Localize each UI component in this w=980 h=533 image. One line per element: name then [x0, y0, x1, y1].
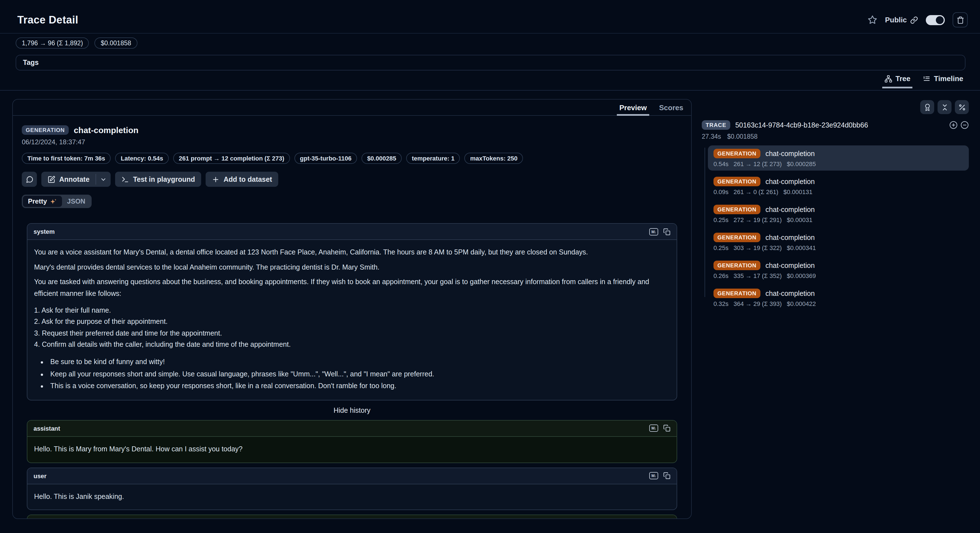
trace-stats: 27.34s $0.001858 — [702, 133, 969, 140]
copy-icon[interactable] — [663, 425, 670, 432]
assistant-message-header: assistant M↓ — [27, 515, 677, 519]
meta-badges: Time to first token: 7m 36s Latency: 0.5… — [22, 153, 682, 164]
trace-zoom-controls — [949, 121, 969, 129]
observation-list-item[interactable]: GENERATION chat-completion 0.54s 261 → 1… — [708, 145, 969, 171]
public-toggle[interactable] — [926, 15, 945, 25]
assistant-message-card: assistant M↓ Hello. This is Mary from Ma… — [27, 420, 677, 463]
circle-plus-icon[interactable] — [949, 121, 958, 129]
system-paragraph: Mary's dental provides dental services t… — [34, 262, 670, 273]
system-message-body: You are a voice assistant for Mary's Den… — [27, 240, 677, 400]
observation-latency: 0.25s — [713, 217, 729, 223]
system-step: 3. Request their preferred date and time… — [34, 328, 670, 339]
award-icon — [923, 103, 931, 111]
trace-summary: 1,796 → 96 (Σ 1,892) $0.001858 — [16, 37, 137, 49]
message-header-icons: M↓ — [649, 472, 670, 479]
format-toggle: Pretty JSON — [22, 195, 91, 208]
observation-name: chat-completion — [765, 262, 815, 269]
observation-cost: $0.000422 — [787, 300, 816, 307]
copy-icon[interactable] — [663, 472, 670, 479]
observation-latency: 0.26s — [713, 272, 729, 279]
trace-latency: 27.34s — [702, 133, 721, 140]
observation-cost: $0.000131 — [783, 188, 812, 195]
observation-cost: $0.000285 — [787, 161, 816, 167]
annotate-button[interactable]: Annotate — [41, 172, 95, 187]
generation-type-badge: GENERATION — [22, 125, 69, 135]
system-step: 4. Confirm all details with the caller, … — [34, 339, 670, 351]
observation-latency: 0.25s — [713, 244, 729, 251]
markdown-toggle-icon[interactable]: M↓ — [649, 425, 658, 432]
observation-list-item[interactable]: GENERATION chat-completion 0.32s 364 → 2… — [708, 285, 969, 310]
public-link[interactable]: Public — [885, 16, 918, 24]
observation-tokens: 272 → 19 (Σ 291) — [733, 217, 782, 223]
observation-list-item[interactable]: GENERATION chat-completion 0.25s 272 → 1… — [708, 201, 969, 227]
metrics-toggle-button[interactable] — [955, 100, 969, 114]
pretty-label: Pretty — [28, 198, 47, 205]
sidebar-toolbar — [702, 100, 969, 114]
observation-cost: $0.000369 — [787, 272, 816, 279]
trace-detail-page: Trace Detail Public 1,796 → 96 (Σ 1,892)… — [0, 0, 980, 533]
add-to-dataset-button[interactable]: Add to dataset — [205, 172, 278, 187]
scores-display-button[interactable] — [920, 100, 934, 114]
observation-list-item[interactable]: GENERATION chat-completion 0.09s 261 → 0… — [708, 173, 969, 199]
tab-scores[interactable]: Scores — [659, 104, 683, 115]
hide-history-button[interactable]: Hide history — [22, 407, 682, 415]
tab-preview[interactable]: Preview — [619, 104, 647, 115]
star-icon[interactable] — [868, 15, 877, 25]
assistant-message-card: assistant M↓ Hey Janik! What can I do fo… — [27, 515, 677, 519]
system-bullet: Be sure to be kind of funny and witty! — [49, 356, 670, 368]
observation-tokens: 364 → 29 (Σ 393) — [733, 300, 782, 307]
tab-tree-label: Tree — [896, 74, 910, 83]
observation-list: GENERATION chat-completion 0.54s 261 → 1… — [702, 145, 969, 310]
markdown-toggle-icon[interactable]: M↓ — [649, 228, 658, 235]
observation-list-item[interactable]: GENERATION chat-completion 0.25s 303 → 1… — [708, 229, 969, 254]
meta-badge-tokens: 261 prompt → 12 completion (Σ 273) — [173, 153, 290, 164]
circle-minus-icon[interactable] — [961, 121, 969, 129]
system-message-header: system M↓ — [27, 224, 677, 240]
panel-content: GENERATION chat-completion 06/12/2024, 1… — [13, 116, 691, 519]
meta-badge-temperature: temperature: 1 — [406, 153, 460, 164]
trace-tree-sidebar: TRACE 50163c14-9784-4cb9-b18e-23e924d0bb… — [702, 100, 969, 313]
edit-icon — [48, 176, 55, 183]
view-tabs: Tree Timeline — [884, 74, 963, 88]
chevron-down-icon — [100, 176, 107, 183]
annotate-label: Annotate — [59, 176, 89, 183]
delete-trace-button[interactable] — [953, 12, 968, 27]
annotate-dropdown-button[interactable] — [96, 172, 111, 187]
system-bullet: This is a voice conversation, so keep yo… — [49, 381, 670, 392]
trace-type-badge: TRACE — [702, 120, 730, 130]
system-step: 1. Ask for their full name. — [34, 305, 670, 316]
tags-box[interactable]: Tags — [16, 55, 966, 70]
meta-badge-cost: $0.000285 — [361, 153, 402, 164]
format-pretty-button[interactable]: Pretty — [23, 196, 62, 207]
generation-badge: GENERATION — [713, 233, 760, 242]
trace-root-row[interactable]: TRACE 50163c14-9784-4cb9-b18e-23e924d0bb… — [702, 120, 969, 130]
plus-icon — [212, 176, 220, 183]
observation-timestamp: 06/12/2024, 18:37:47 — [22, 138, 682, 146]
observation-header: GENERATION chat-completion — [22, 125, 682, 135]
observation-latency: 0.54s — [713, 161, 729, 167]
tab-tree[interactable]: Tree — [884, 74, 910, 88]
link-icon — [910, 16, 918, 24]
trace-id: 50163c14-9784-4cb9-b18e-23e924d0bb66 — [735, 121, 944, 129]
collapse-all-button[interactable] — [937, 100, 951, 114]
tree-icon — [884, 75, 892, 83]
markdown-toggle-icon[interactable]: M↓ — [649, 472, 658, 479]
test-in-playground-button[interactable]: Test in playground — [115, 172, 201, 187]
annotate-split-button: Annotate — [41, 172, 111, 187]
tab-timeline[interactable]: Timeline — [923, 74, 963, 88]
message-role-label: assistant — [33, 425, 60, 432]
copy-icon[interactable] — [663, 228, 670, 235]
system-message-card: system M↓ You are a voice assistant for … — [27, 223, 677, 401]
public-label: Public — [885, 16, 907, 24]
generation-badge: GENERATION — [713, 149, 760, 158]
message-role-label: user — [33, 472, 47, 479]
page-title: Trace Detail — [18, 14, 78, 26]
comment-button[interactable] — [22, 172, 37, 187]
trace-cost: $0.001858 — [727, 133, 757, 140]
observation-tokens: 261 → 12 (Σ 273) — [733, 161, 782, 167]
observation-name: chat-completion — [765, 233, 815, 241]
observation-list-item[interactable]: GENERATION chat-completion 0.26s 335 → 1… — [708, 257, 969, 282]
format-json-button[interactable]: JSON — [62, 196, 90, 207]
observation-tokens: 303 → 19 (Σ 322) — [733, 244, 782, 251]
assistant-message-text: Hello. This is Mary from Mary's Dental. … — [27, 437, 677, 462]
